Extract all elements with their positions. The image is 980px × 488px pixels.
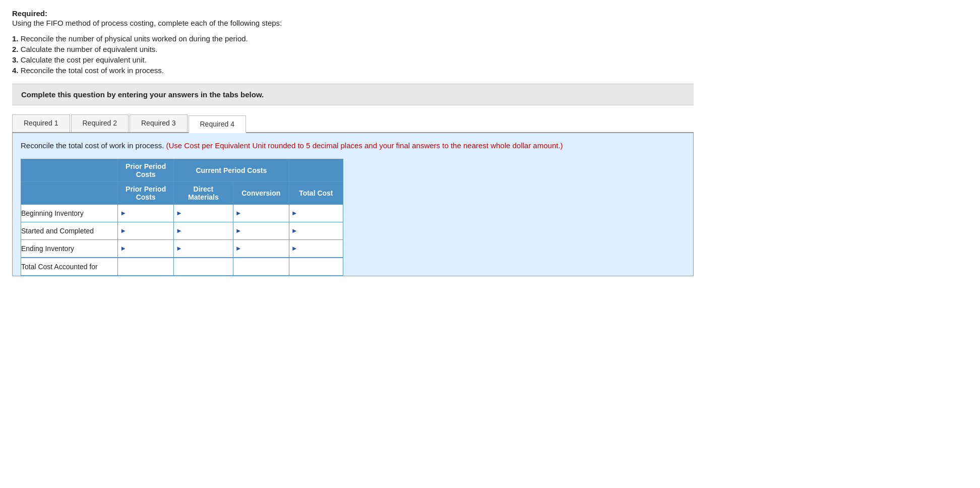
input-started-prior[interactable] xyxy=(128,224,171,238)
input-total-conversion[interactable] xyxy=(235,260,278,274)
input-total-prior[interactable] xyxy=(120,260,163,274)
cell-total-prior[interactable] xyxy=(118,258,174,276)
cell-total-conversion[interactable] xyxy=(233,258,289,276)
cell-started-prior[interactable]: ► xyxy=(118,222,174,239)
tab-required-2[interactable]: Required 2 xyxy=(71,114,129,132)
input-beginning-conversion[interactable] xyxy=(243,206,286,220)
tab-required-3[interactable]: Required 3 xyxy=(130,114,188,132)
subheader-total: Total Cost xyxy=(289,181,343,204)
label-beginning: Beginning Inventory xyxy=(21,204,118,222)
instruction-box: Complete this question by entering your … xyxy=(12,84,694,105)
cell-beginning-conversion[interactable]: ► xyxy=(233,204,289,222)
arrow-icon: ► xyxy=(120,227,127,234)
input-ending-dm[interactable] xyxy=(184,241,227,256)
table-row-ending: Ending Inventory ► ► ► xyxy=(21,239,343,258)
input-total-dm[interactable] xyxy=(176,260,219,274)
input-beginning-total[interactable] xyxy=(299,206,342,220)
subheader-empty xyxy=(21,181,118,204)
step-4: 4. Reconcile the total cost of work in p… xyxy=(12,66,694,75)
table-row-started: Started and Completed ► ► ► xyxy=(21,222,343,239)
arrow-icon: ► xyxy=(176,245,182,252)
label-total: Total Cost Accounted for xyxy=(21,258,118,276)
input-started-conversion[interactable] xyxy=(243,224,286,238)
input-ending-conversion[interactable] xyxy=(243,241,286,256)
arrow-icon: ► xyxy=(120,245,127,252)
input-total-total[interactable] xyxy=(291,260,334,274)
cell-beginning-dm[interactable]: ► xyxy=(174,204,233,222)
cell-beginning-prior[interactable]: ► xyxy=(118,204,174,222)
tabs-container: Required 1 Required 2 Required 3 Require… xyxy=(12,114,694,133)
col-header-current-period: Current Period Costs xyxy=(174,159,289,181)
table-row-beginning: Beginning Inventory ► ► ► xyxy=(21,204,343,222)
input-beginning-dm[interactable] xyxy=(184,206,227,220)
cell-ending-dm[interactable]: ► xyxy=(174,239,233,258)
required-heading: Required: xyxy=(12,9,694,18)
step-3: 3. Calculate the cost per equivalent uni… xyxy=(12,55,694,64)
col-header-total xyxy=(289,159,343,181)
arrow-icon: ► xyxy=(235,227,242,234)
tab-required-1[interactable]: Required 1 xyxy=(12,114,70,132)
cell-total-dm[interactable] xyxy=(174,258,233,276)
arrow-icon: ► xyxy=(291,245,298,252)
steps-list: 1. Reconcile the number of physical unit… xyxy=(12,34,694,75)
subheader-conversion: Conversion xyxy=(233,181,289,204)
input-beginning-prior[interactable] xyxy=(128,206,171,220)
arrow-icon: ► xyxy=(235,209,242,217)
step-2: 2. Calculate the number of equivalent un… xyxy=(12,45,694,53)
input-started-total[interactable] xyxy=(299,224,342,238)
cell-ending-prior[interactable]: ► xyxy=(118,239,174,258)
label-ending: Ending Inventory xyxy=(21,239,118,258)
col-header-prior: Prior Period Costs xyxy=(118,159,174,181)
input-started-dm[interactable] xyxy=(184,224,227,238)
arrow-icon: ► xyxy=(235,245,242,252)
tab-4-content: Reconcile the total cost of work in proc… xyxy=(12,133,694,276)
intro-text: Using the FIFO method of process costing… xyxy=(12,19,694,27)
subheader-dm: Direct Materials xyxy=(174,181,233,204)
input-ending-total[interactable] xyxy=(299,241,342,256)
arrow-icon: ► xyxy=(176,227,182,234)
cell-started-total[interactable]: ► xyxy=(289,222,343,239)
cell-total-total[interactable] xyxy=(289,258,343,276)
subheader-prior: Prior Period Costs xyxy=(118,181,174,204)
cell-beginning-total[interactable]: ► xyxy=(289,204,343,222)
arrow-icon: ► xyxy=(291,227,298,234)
arrow-icon: ► xyxy=(176,209,182,217)
table-row-total: Total Cost Accounted for xyxy=(21,258,343,276)
tab-required-4[interactable]: Required 4 xyxy=(189,115,247,133)
input-ending-prior[interactable] xyxy=(128,241,171,256)
label-started: Started and Completed xyxy=(21,222,118,239)
tab-description: Reconcile the total cost of work in proc… xyxy=(21,140,685,152)
cell-ending-conversion[interactable]: ► xyxy=(233,239,289,258)
cell-ending-total[interactable]: ► xyxy=(289,239,343,258)
cell-started-dm[interactable]: ► xyxy=(174,222,233,239)
cost-table: Prior Period Costs Current Period Costs … xyxy=(21,159,343,276)
arrow-icon: ► xyxy=(120,209,127,217)
arrow-icon: ► xyxy=(291,209,298,217)
cell-started-conversion[interactable]: ► xyxy=(233,222,289,239)
col-header-empty xyxy=(21,159,118,181)
step-1: 1. Reconcile the number of physical unit… xyxy=(12,34,694,43)
